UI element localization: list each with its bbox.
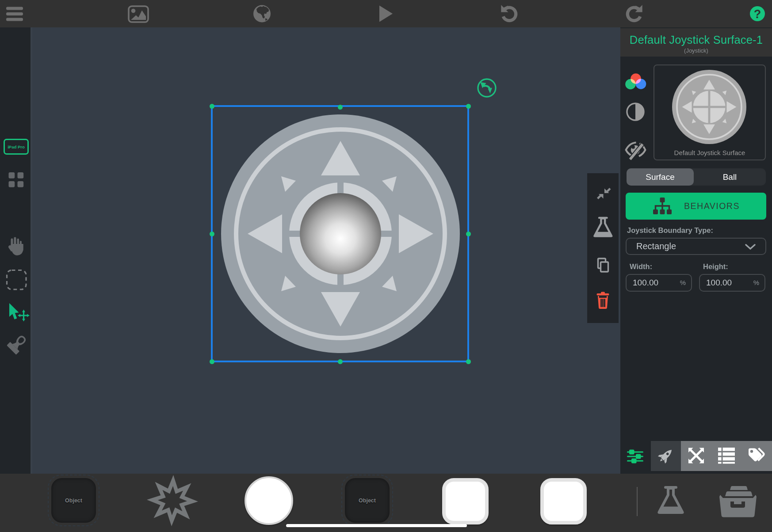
svg-text:?: ? (754, 8, 761, 21)
